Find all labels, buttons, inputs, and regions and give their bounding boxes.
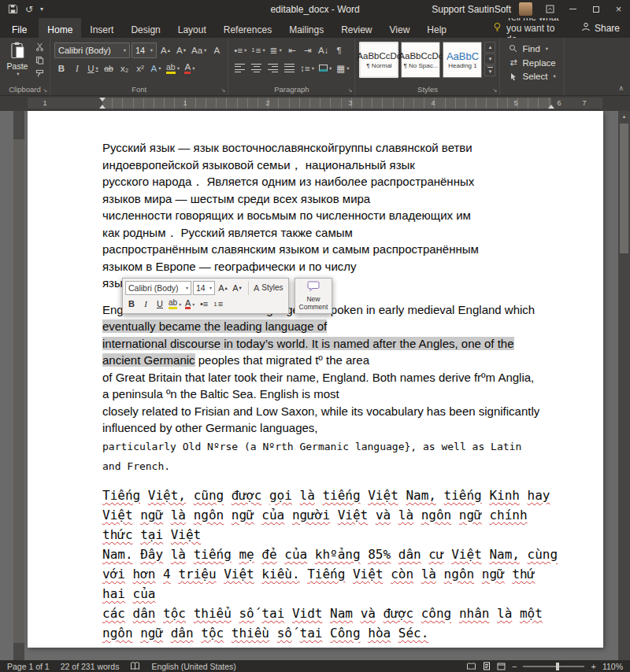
save-icon[interactable]: [8, 4, 18, 14]
spellcheck-word[interactable]: Nam,: [489, 547, 520, 562]
increase-indent-icon[interactable]: ⇥: [301, 42, 315, 57]
style-chip--no-spac-[interactable]: AaBbCcDc¶ No Spac...: [401, 42, 440, 78]
text-run[interactable]: a peninsula ºn the Baltic Sea. English i…: [102, 387, 339, 401]
spellcheck-word[interactable]: Công: [330, 626, 361, 641]
undo-icon[interactable]: ↺: [25, 5, 33, 14]
vertical-ruler[interactable]: [13, 111, 24, 660]
spellcheck-word[interactable]: và: [361, 606, 376, 621]
spellcheck-word[interactable]: Tiếng: [307, 567, 345, 582]
text-run[interactable]: языков мира — шестым среди всех языков м…: [102, 192, 370, 205]
mini-grow-font-icon[interactable]: A▴: [217, 281, 229, 295]
spellcheck-word[interactable]: Việt: [368, 488, 398, 503]
spellcheck-word[interactable]: và: [376, 508, 391, 522]
spellcheck-word[interactable]: số: [277, 626, 292, 641]
spellcheck-word[interactable]: thức: [102, 527, 133, 542]
spellcheck-word[interactable]: tiếng: [444, 488, 482, 503]
spellcheck-word[interactable]: Séc.: [398, 626, 429, 641]
spellcheck-word[interactable]: tiếng: [322, 488, 360, 503]
spellcheck-word[interactable]: của: [284, 547, 307, 562]
spellcheck-word[interactable]: ngữ: [140, 508, 163, 522]
spellcheck-word[interactable]: hay: [528, 488, 550, 503]
justify-icon[interactable]: [284, 64, 295, 73]
spellcheck-word[interactable]: dân: [171, 626, 194, 641]
text-run[interactable]: распространённым славянским языком и сам…: [102, 242, 479, 256]
spellcheck-word[interactable]: một: [520, 606, 543, 621]
spellcheck-word[interactable]: là: [398, 508, 413, 522]
spellcheck-word[interactable]: Việt: [102, 508, 133, 522]
spellcheck-word[interactable]: Việt,: [148, 488, 186, 503]
spellcheck-word[interactable]: là: [171, 547, 186, 562]
paragraph-vietnamese[interactable]: Tiếng Việt, cũng được gọi là tiếng Việt …: [102, 486, 575, 643]
spellcheck-word[interactable]: tại: [140, 527, 163, 542]
align-right-icon[interactable]: [268, 64, 278, 73]
spellcheck-word[interactable]: nhân: [459, 606, 490, 621]
text-run[interactable]: and French.: [102, 460, 170, 472]
spellcheck-word[interactable]: ngôn: [444, 567, 475, 582]
spellcheck-word[interactable]: ngôn: [194, 508, 224, 522]
spellcheck-word[interactable]: khºảng: [315, 547, 361, 562]
word-count[interactable]: 22 of 231 words: [61, 662, 120, 671]
vertical-scrollbar[interactable]: ▴: [618, 111, 630, 660]
clipboard-dialog-launcher-icon[interactable]: ↘: [43, 87, 47, 93]
tab-help[interactable]: Help: [418, 18, 455, 38]
select-button[interactable]: Select ▾: [504, 69, 559, 83]
spellcheck-word[interactable]: Việt: [451, 547, 482, 562]
document-page[interactable]: Русский язык — язык восточнославянскойгр…: [28, 111, 603, 648]
spellcheck-word[interactable]: ngữ: [140, 626, 163, 641]
spellcheck-word[interactable]: tai: [261, 606, 284, 621]
font-name-combo[interactable]: Calibri (Body)▾: [54, 42, 130, 58]
font-dialog-launcher-icon[interactable]: ↘: [220, 87, 225, 93]
sort-icon[interactable]: A↓: [317, 42, 331, 57]
spellcheck-word[interactable]: được: [232, 488, 262, 503]
spellcheck-word[interactable]: Tiếng: [102, 488, 140, 503]
spellcheck-word[interactable]: các: [102, 606, 125, 621]
paragraph-russian[interactable]: Русский язык — язык восточнославянскойгр…: [102, 139, 575, 292]
bullets-icon[interactable]: •≡▾: [232, 42, 248, 57]
read-mode-icon[interactable]: [466, 663, 476, 670]
spellcheck-word[interactable]: ngữ: [232, 508, 254, 522]
spellcheck-word[interactable]: tộc: [201, 626, 224, 641]
tab-layout[interactable]: Layout: [169, 18, 215, 38]
language-indicator[interactable]: English (United States): [151, 662, 235, 671]
mini-highlight-icon[interactable]: ab▾: [168, 297, 182, 311]
italic-icon[interactable]: I: [70, 61, 84, 76]
spellcheck-word[interactable]: 4: [163, 567, 171, 582]
spellcheck-word[interactable]: là: [497, 606, 512, 621]
spellcheck-word[interactable]: thiều: [232, 626, 269, 641]
text-run[interactable]: численности говорящих и восьмым по числе…: [102, 209, 471, 222]
first-line-indent-marker[interactable]: [99, 98, 106, 102]
change-case-icon[interactable]: Aa▾: [190, 42, 208, 57]
spellcheck-word[interactable]: 85%: [368, 547, 391, 562]
clear-formatting-icon[interactable]: A: [209, 42, 224, 57]
spellcheck-word[interactable]: kiều.: [261, 567, 299, 582]
paragraph-dialog-launcher-icon[interactable]: ↘: [348, 87, 353, 93]
replace-button[interactable]: ⇄ Replace: [504, 56, 559, 70]
spellcheck-word[interactable]: còn: [391, 567, 413, 582]
page-indicator[interactable]: Page 1 of 1: [7, 662, 50, 671]
paragraph-english[interactable]: English is a West Germanic language firs…: [102, 301, 575, 437]
mini-styles-button[interactable]: AStyles: [248, 281, 284, 295]
text-run[interactable]: индоевропейской языковой семьи， национал…: [102, 158, 415, 172]
mini-bold-icon[interactable]: B: [125, 297, 138, 311]
selected-text[interactable]: international discourse in today’s world…: [102, 337, 514, 350]
tab-references[interactable]: References: [215, 18, 280, 38]
spellcheck-word[interactable]: tiếng: [194, 547, 232, 562]
spellcheck-word[interactable]: ngôn: [102, 626, 133, 641]
spellcheck-word[interactable]: Đây: [140, 547, 163, 562]
tell-me-box[interactable]: Tell me what you want to do: [485, 18, 571, 38]
bold-icon[interactable]: B: [54, 61, 69, 76]
style-chip-heading-1[interactable]: AaBbCHeading 1: [443, 42, 482, 78]
maximize-button[interactable]: [584, 0, 607, 18]
spellcheck-word[interactable]: gọi: [269, 488, 292, 503]
zoom-in-button[interactable]: +: [591, 662, 595, 671]
mini-shrink-font-icon[interactable]: A▾: [231, 281, 243, 295]
spellcheck-word[interactable]: người: [292, 508, 330, 522]
zoom-slider[interactable]: [523, 666, 584, 667]
text-highlight-color-icon[interactable]: ab▾: [165, 61, 181, 76]
spellcheck-word[interactable]: Kinh: [489, 488, 520, 503]
tab-view[interactable]: View: [381, 18, 419, 38]
underline-icon[interactable]: U▾: [86, 61, 100, 76]
style-chip--normal[interactable]: AaBbCcDc¶ Normal: [359, 42, 398, 78]
new-comment-button[interactable]: New Comment: [295, 278, 332, 314]
spellcheck-word[interactable]: Việt: [353, 567, 384, 582]
